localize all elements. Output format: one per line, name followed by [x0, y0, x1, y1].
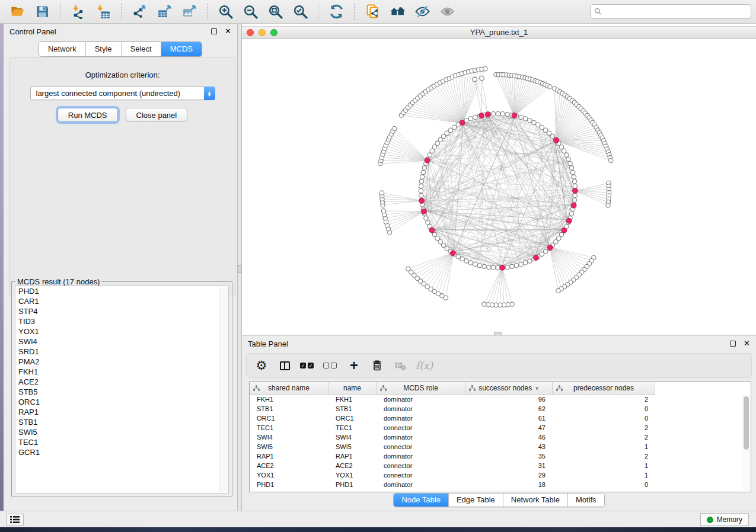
- cell-predecessor-nodes[interactable]: 0: [553, 405, 655, 412]
- cell-predecessor-nodes[interactable]: 2: [553, 434, 655, 441]
- network-graph[interactable]: [242, 39, 756, 335]
- node-table-scrollbar-thumb[interactable]: [744, 396, 749, 450]
- deselect-all-button[interactable]: [323, 357, 339, 374]
- table-row-YOX1[interactable]: YOX1YOX1connector291: [250, 470, 751, 480]
- table-row-PHD1[interactable]: PHD1PHD1dominator180: [250, 480, 751, 489]
- select-all-button[interactable]: ✓✓: [300, 357, 315, 374]
- cell-MCDS-role[interactable]: dominator: [377, 434, 465, 441]
- cell-MCDS-role[interactable]: connector: [377, 424, 465, 431]
- column-header-name[interactable]: name: [328, 382, 377, 394]
- float-panel-icon[interactable]: [211, 28, 217, 34]
- tab-mcds[interactable]: MCDS: [161, 42, 202, 56]
- export-network-button[interactable]: [129, 2, 149, 21]
- cell-shared-name[interactable]: FKH1: [250, 396, 328, 403]
- cell-predecessor-nodes[interactable]: 2: [553, 396, 655, 403]
- cell-MCDS-role[interactable]: connector: [377, 462, 465, 469]
- cell-predecessor-nodes[interactable]: 2: [553, 453, 655, 460]
- cell-name[interactable]: YOX1: [328, 472, 377, 479]
- cell-MCDS-role[interactable]: dominator: [377, 481, 465, 488]
- tab-network[interactable]: Network: [39, 42, 86, 56]
- zoom-check-button[interactable]: [290, 2, 310, 21]
- mcds-result-item[interactable]: CAR1: [15, 296, 228, 306]
- zoom-fit-button[interactable]: [265, 2, 285, 21]
- cell-name[interactable]: SWI5: [328, 443, 377, 450]
- network-canvas[interactable]: [242, 39, 756, 335]
- column-header-MCDS-role[interactable]: MCDS role: [377, 382, 465, 394]
- memory-button[interactable]: Memory: [700, 513, 749, 526]
- import-network-button[interactable]: [68, 2, 88, 21]
- cell-shared-name[interactable]: SWI4: [250, 434, 328, 441]
- table-row-FKH1[interactable]: FKH1FKH1dominator962: [250, 395, 751, 404]
- add-row-button[interactable]: +: [346, 357, 362, 374]
- delete-row-button[interactable]: [369, 357, 385, 374]
- cell-successor-nodes[interactable]: 35: [465, 453, 553, 460]
- task-history-button[interactable]: [6, 514, 24, 525]
- cell-name[interactable]: SWI4: [328, 434, 377, 441]
- table-row-ACE2[interactable]: ACE2ACE2connector311: [250, 461, 751, 470]
- refresh-button[interactable]: [326, 2, 346, 21]
- table-row-TEC1[interactable]: TEC1TEC1connector472: [250, 423, 751, 432]
- close-panel-button[interactable]: Close panel: [126, 108, 188, 122]
- zoom-out-button[interactable]: [240, 2, 260, 21]
- cell-successor-nodes[interactable]: 47: [465, 424, 553, 431]
- run-mcds-button[interactable]: Run MCDS: [58, 108, 118, 122]
- cell-successor-nodes[interactable]: 43: [465, 443, 553, 450]
- mcds-result-item[interactable]: TID3: [15, 316, 228, 326]
- export-table-button[interactable]: [154, 2, 174, 21]
- houses-button[interactable]: [387, 2, 407, 21]
- cell-predecessor-nodes[interactable]: 1: [553, 462, 655, 469]
- cell-shared-name[interactable]: TEC1: [250, 424, 328, 431]
- eye-button[interactable]: [437, 2, 457, 21]
- mcds-result-item[interactable]: RAP1: [15, 407, 228, 417]
- cell-shared-name[interactable]: PHD1: [250, 481, 328, 488]
- cell-predecessor-nodes[interactable]: 0: [553, 415, 655, 422]
- eye-slash-button[interactable]: [412, 2, 432, 21]
- zoom-in-button[interactable]: [215, 2, 235, 21]
- mcds-result-item[interactable]: GCR1: [15, 447, 228, 457]
- tab-network-table[interactable]: Network Table: [503, 493, 568, 507]
- mcds-result-item[interactable]: STP4: [15, 306, 228, 316]
- cell-name[interactable]: STB1: [328, 405, 377, 412]
- cell-MCDS-role[interactable]: dominator: [377, 453, 465, 460]
- cell-successor-nodes[interactable]: 46: [465, 434, 553, 441]
- cell-MCDS-role[interactable]: connector: [377, 443, 465, 450]
- tab-select[interactable]: Select: [122, 42, 161, 56]
- mcds-result-item[interactable]: STB1: [15, 417, 228, 427]
- table-row-ORC1[interactable]: ORC1ORC1dominator610: [250, 414, 751, 423]
- export-image-button[interactable]: [179, 2, 199, 21]
- mcds-result-item[interactable]: YOX1: [15, 326, 228, 336]
- mcds-result-item[interactable]: TEC1: [15, 437, 228, 447]
- vertical-splitter-handle[interactable]: [238, 265, 241, 273]
- settings-gear-button[interactable]: ⚙: [254, 357, 269, 374]
- mcds-result-scrollbar[interactable]: [219, 287, 228, 492]
- mcds-result-item[interactable]: FKH1: [15, 367, 228, 377]
- cell-shared-name[interactable]: RAP1: [250, 453, 328, 460]
- tab-motifs[interactable]: Motifs: [568, 493, 604, 507]
- mcds-result-item[interactable]: STB5: [15, 387, 228, 397]
- table-row-STB1[interactable]: STB1STB1dominator620: [250, 404, 751, 414]
- cell-successor-nodes[interactable]: 29: [465, 472, 553, 479]
- table-row-SWI5[interactable]: SWI5SWI5connector431: [250, 442, 751, 451]
- import-table-button[interactable]: [93, 2, 113, 21]
- split-panel-button[interactable]: [277, 357, 292, 374]
- mcds-result-item[interactable]: SRD1: [15, 347, 228, 357]
- cell-predecessor-nodes[interactable]: 2: [553, 424, 655, 431]
- cell-successor-nodes[interactable]: 61: [465, 415, 553, 422]
- node-table-scrollbar[interactable]: [742, 395, 750, 491]
- open-folder-button[interactable]: [7, 2, 27, 21]
- tab-edge-table[interactable]: Edge Table: [449, 493, 503, 507]
- table-float-panel-icon[interactable]: [730, 341, 736, 347]
- cell-MCDS-role[interactable]: dominator: [377, 396, 465, 403]
- cell-MCDS-role[interactable]: connector: [377, 472, 465, 479]
- cell-successor-nodes[interactable]: 96: [465, 396, 553, 403]
- optimization-criterion-select[interactable]: largest connected component (undirected)…: [30, 86, 215, 100]
- tab-style[interactable]: Style: [86, 42, 122, 56]
- cell-shared-name[interactable]: YOX1: [250, 472, 328, 479]
- cell-shared-name[interactable]: ACE2: [250, 462, 328, 469]
- tab-node-table[interactable]: Node Table: [394, 493, 449, 507]
- cell-name[interactable]: ORC1: [328, 415, 377, 422]
- column-header-shared-name[interactable]: shared name: [250, 382, 328, 394]
- mcds-result-item[interactable]: ORC1: [15, 397, 228, 407]
- cell-shared-name[interactable]: STB1: [250, 405, 328, 412]
- mcds-result-item[interactable]: ACE2: [15, 377, 228, 387]
